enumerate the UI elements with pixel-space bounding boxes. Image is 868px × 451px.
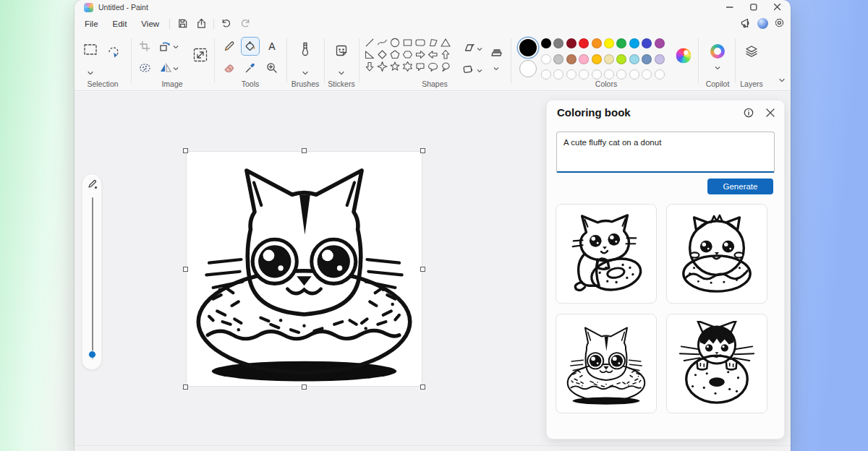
- ribbon-collapse-chevron[interactable]: [779, 78, 786, 82]
- thumbnail-option-3[interactable]: [556, 314, 657, 413]
- color-swatch[interactable]: [604, 38, 614, 48]
- color-swatch[interactable]: [592, 54, 602, 64]
- magic-select-icon[interactable]: [138, 62, 151, 74]
- size-slider[interactable]: [82, 173, 102, 370]
- eraser-icon[interactable]: [224, 62, 236, 74]
- selection-dropdown-chevron[interactable]: [88, 71, 94, 75]
- secondary-color-swatch[interactable]: [519, 60, 537, 77]
- slider-handle[interactable]: [88, 351, 96, 358]
- menu-edit[interactable]: Edit: [106, 17, 135, 30]
- fill-tool-icon[interactable]: [244, 40, 257, 53]
- section-label-selection: Selection: [87, 80, 118, 88]
- generate-button[interactable]: Generate: [707, 179, 773, 194]
- prompt-input[interactable]: A cute fluffy cat on a donut: [556, 132, 775, 173]
- save-icon[interactable]: [173, 17, 192, 31]
- color-swatch[interactable]: [553, 38, 563, 48]
- undo-icon[interactable]: [217, 17, 236, 31]
- rotate-icon[interactable]: [159, 40, 172, 52]
- free-select-icon[interactable]: [106, 45, 121, 59]
- color-swatch[interactable]: [579, 54, 589, 64]
- slider-track[interactable]: [92, 197, 93, 359]
- close-button[interactable]: [765, 0, 789, 14]
- eyedropper-icon[interactable]: [244, 62, 257, 74]
- canvas-selection[interactable]: [183, 148, 425, 390]
- color-swatch[interactable]: [604, 54, 614, 64]
- thumbnail-option-4[interactable]: [666, 314, 767, 413]
- brushes-chevron[interactable]: [302, 71, 309, 75]
- color-swatch[interactable]: [592, 38, 602, 48]
- panel-title: Coloring book: [557, 106, 631, 119]
- shape-stack-icon[interactable]: [489, 46, 503, 59]
- rotate-chevron[interactable]: [173, 46, 179, 49]
- color-swatch[interactable]: [616, 69, 626, 80]
- color-swatch[interactable]: [655, 38, 665, 48]
- color-swatch[interactable]: [566, 54, 576, 64]
- color-swatch[interactable]: [579, 69, 589, 80]
- color-swatch[interactable]: [616, 38, 626, 48]
- color-swatch[interactable]: [642, 54, 652, 64]
- color-swatch[interactable]: [553, 69, 563, 80]
- stack-chevron[interactable]: [493, 67, 499, 71]
- color-swatch[interactable]: [566, 69, 576, 80]
- color-swatch[interactable]: [541, 54, 551, 64]
- menu-view[interactable]: View: [134, 17, 166, 30]
- color-swatch[interactable]: [579, 38, 589, 48]
- color-swatch[interactable]: [541, 38, 551, 48]
- section-label-colors: Colors: [595, 80, 617, 88]
- section-label-brushes: Brushes: [292, 80, 320, 88]
- color-swatch[interactable]: [629, 69, 639, 80]
- thumbnail-option-2[interactable]: [666, 204, 767, 304]
- section-label-copilot: Copilot: [706, 80, 730, 88]
- share-icon[interactable]: [192, 17, 210, 31]
- color-swatch[interactable]: [642, 69, 652, 80]
- edit-colors-icon[interactable]: [676, 48, 692, 64]
- shape-fill-icon[interactable]: [462, 64, 475, 74]
- sticker-icon[interactable]: [335, 44, 349, 58]
- resize-icon[interactable]: [192, 47, 208, 63]
- slider-pencil-icon: [87, 179, 98, 193]
- copilot-chevron[interactable]: [715, 66, 720, 70]
- thumbnail-option-1[interactable]: [556, 204, 657, 304]
- magnifier-icon[interactable]: [266, 62, 278, 74]
- copilot-icon[interactable]: [710, 44, 725, 59]
- text-tool-icon[interactable]: A: [268, 40, 275, 52]
- layers-icon[interactable]: [744, 44, 759, 59]
- color-swatch[interactable]: [655, 54, 665, 64]
- color-swatch[interactable]: [553, 54, 563, 64]
- color-swatch[interactable]: [616, 54, 626, 64]
- color-swatch[interactable]: [642, 38, 652, 48]
- menu-file[interactable]: File: [77, 17, 106, 30]
- paint-app-icon: [84, 3, 93, 12]
- color-swatch[interactable]: [604, 69, 614, 80]
- pencil-icon[interactable]: [224, 40, 236, 53]
- settings-gear-icon[interactable]: [774, 17, 785, 30]
- color-swatch[interactable]: [629, 38, 639, 48]
- color-swatch[interactable]: [629, 54, 639, 64]
- color-swatch[interactable]: [566, 38, 576, 48]
- color-swatch[interactable]: [592, 69, 602, 80]
- rect-select-icon[interactable]: [82, 42, 98, 58]
- color-swatch[interactable]: [541, 69, 551, 80]
- paint-window: Untitled - Paint File Edit View: [75, 0, 791, 451]
- maximize-button[interactable]: [741, 0, 765, 14]
- flip-chevron[interactable]: [173, 67, 179, 71]
- menubar: File Edit View: [75, 14, 791, 33]
- generated-image[interactable]: [187, 152, 422, 386]
- stickers-chevron[interactable]: [339, 71, 345, 75]
- flip-icon[interactable]: [159, 62, 172, 74]
- info-icon[interactable]: [742, 106, 755, 119]
- fill-chevron[interactable]: [477, 69, 482, 73]
- outline-chevron[interactable]: [477, 48, 482, 51]
- feedback-icon[interactable]: [740, 17, 752, 30]
- shapes-grid[interactable]: [364, 37, 454, 77]
- panel-close-icon[interactable]: [764, 106, 777, 119]
- copilot-badge-icon[interactable]: [757, 18, 768, 29]
- primary-color-swatch[interactable]: [519, 39, 537, 56]
- coloring-book-panel: Coloring book A cute fluffy cat on a don…: [546, 100, 785, 439]
- minimize-button[interactable]: [718, 0, 741, 14]
- section-label-tools: Tools: [242, 80, 260, 88]
- brush-icon[interactable]: [299, 42, 311, 59]
- color-swatch[interactable]: [655, 69, 665, 80]
- shape-outline-icon[interactable]: [462, 43, 476, 53]
- redo-icon: [236, 17, 255, 31]
